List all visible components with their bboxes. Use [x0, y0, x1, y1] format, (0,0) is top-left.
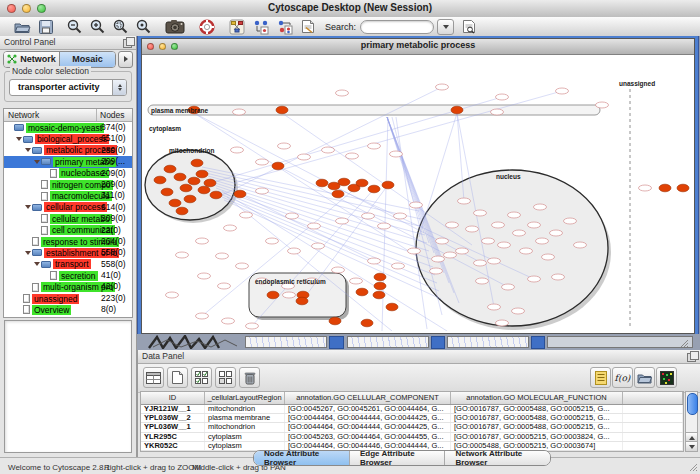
graph-node[interactable]	[236, 263, 249, 269]
tree-row[interactable]: multi-organism pro42(0)	[4, 281, 132, 292]
graph-node-selected[interactable]	[180, 184, 192, 192]
graph-node-selected[interactable]	[373, 291, 385, 299]
tree-row[interactable]: transport558(0)	[4, 259, 132, 270]
graph-node[interactable]	[534, 204, 547, 210]
select-attributes-button[interactable]	[143, 367, 164, 388]
graph-node[interactable]	[231, 147, 244, 153]
graph-node-selected[interactable]	[677, 184, 689, 192]
graph-node[interactable]	[596, 102, 609, 108]
scrollbar-thumb[interactable]	[687, 393, 698, 415]
graph-node[interactable]	[266, 238, 279, 244]
table-row[interactable]: YJR121W__1mitochondrion[GO:0045267, GO:0…	[141, 405, 683, 414]
graph-node[interactable]	[512, 308, 525, 314]
graph-node[interactable]	[430, 268, 443, 274]
graph-node[interactable]	[362, 213, 375, 219]
graph-node[interactable]	[436, 238, 449, 244]
zoom-selected-button[interactable]	[136, 18, 151, 35]
expander-icon[interactable]	[33, 160, 41, 164]
table-column-header[interactable]: annotation.GO MOLECULAR_FUNCTION	[451, 392, 623, 404]
tab-node-attribute-browser[interactable]: Node Attribute Browser	[254, 451, 349, 465]
tree-row[interactable]: establishment of lo558(0)	[4, 247, 132, 258]
graph-node-selected[interactable]	[332, 190, 344, 198]
graph-node[interactable]	[550, 230, 563, 236]
graph-node-selected[interactable]	[272, 162, 284, 170]
graph-node-selected[interactable]	[161, 188, 173, 196]
tree-row[interactable]: Overview8(0)	[4, 304, 132, 315]
graph-node[interactable]	[350, 278, 363, 284]
expander-icon[interactable]	[24, 205, 32, 209]
select-all-attributes-button[interactable]	[191, 367, 212, 388]
graph-node[interactable]	[224, 225, 237, 231]
tree-row[interactable]: primary metabo209(...	[4, 156, 132, 167]
graph-node[interactable]	[392, 263, 405, 269]
graph-node[interactable]	[488, 304, 501, 310]
matrix-view-button[interactable]	[656, 367, 677, 388]
graph-node[interactable]	[482, 238, 495, 244]
window-resize-grip-icon[interactable]	[688, 462, 698, 472]
graph-node[interactable]	[346, 153, 359, 159]
graph-node[interactable]	[458, 198, 471, 204]
graph-node[interactable]	[410, 202, 423, 208]
graph-node[interactable]	[502, 284, 515, 290]
float-panel-icon[interactable]	[123, 39, 132, 48]
graph-node[interactable]	[312, 243, 325, 249]
graph-node-selected[interactable]	[204, 179, 216, 187]
graph-node-selected[interactable]	[267, 291, 279, 299]
window-resize-grip-icon[interactable]	[679, 338, 689, 348]
graph-node[interactable]	[444, 252, 457, 258]
graph-node[interactable]	[496, 320, 509, 326]
tree-row[interactable]: mosaic-demo-yeast874(0)	[4, 122, 132, 133]
layout-button-2[interactable]	[277, 18, 293, 35]
import-attributes-button[interactable]	[634, 367, 655, 388]
table-scrollbar[interactable]	[685, 391, 698, 452]
graph-node[interactable]	[394, 213, 407, 219]
graph-node[interactable]	[498, 242, 511, 248]
graph-node-selected[interactable]	[276, 106, 288, 114]
graph-node[interactable]	[278, 143, 291, 149]
graph-node-selected[interactable]	[210, 191, 222, 199]
graph-node[interactable]	[476, 278, 489, 284]
graph-node-selected[interactable]	[374, 282, 386, 290]
graph-node[interactable]	[378, 223, 391, 229]
graph-node[interactable]	[474, 260, 487, 266]
graph-node[interactable]	[176, 252, 189, 258]
graph-node[interactable]	[542, 254, 555, 260]
graph-node[interactable]	[492, 222, 505, 228]
graph-node-selected[interactable]	[316, 179, 328, 187]
table-column-header[interactable]	[623, 392, 683, 404]
graph-node-selected[interactable]	[174, 173, 186, 181]
background-window[interactable]	[447, 336, 529, 348]
graph-node[interactable]	[286, 213, 299, 219]
tab-network[interactable]: Network	[4, 52, 59, 67]
expander-icon[interactable]	[24, 148, 32, 152]
graph-node-selected[interactable]	[184, 195, 196, 203]
graph-node-selected[interactable]	[234, 190, 246, 198]
graph-node[interactable]	[556, 88, 569, 94]
node-color-dropdown[interactable]: transporter activity	[9, 79, 127, 96]
unselect-all-attributes-button[interactable]	[215, 367, 236, 388]
graph-node-selected[interactable]	[451, 106, 463, 114]
graph-node-selected[interactable]	[296, 297, 308, 305]
scroll-down-button[interactable]	[686, 441, 697, 451]
graph-node[interactable]	[246, 323, 259, 329]
layout-button-1[interactable]	[253, 18, 269, 35]
graph-node[interactable]	[196, 238, 209, 244]
graph-node[interactable]	[283, 292, 296, 298]
graph-node-selected[interactable]	[196, 170, 208, 178]
graph-node[interactable]	[166, 292, 179, 298]
graph-node-selected[interactable]	[198, 186, 210, 194]
tree-row[interactable]: response to stimulu264(0)	[4, 236, 132, 247]
tab-mosaic[interactable]: Mosaic	[59, 52, 115, 67]
graph-node[interactable]	[446, 222, 459, 228]
graph-node[interactable]	[256, 188, 269, 194]
annotation-button[interactable]	[301, 18, 315, 35]
tree-row[interactable]: nitrogen compo209(0)	[4, 179, 132, 190]
graph-node[interactable]	[336, 218, 349, 224]
graph-node[interactable]	[198, 273, 211, 279]
graph-node[interactable]	[390, 151, 403, 157]
search-input[interactable]	[360, 20, 434, 34]
table-column-header[interactable]: annotation.GO CELLULAR_COMPONENT	[285, 392, 451, 404]
graph-node[interactable]	[408, 248, 421, 254]
graph-node[interactable]	[564, 218, 577, 224]
graph-node[interactable]	[256, 159, 269, 165]
